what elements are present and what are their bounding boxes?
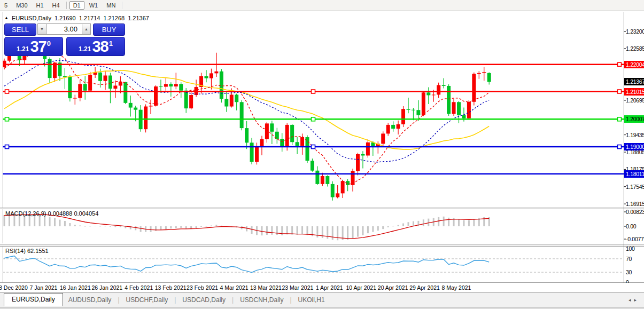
price-tick-label: 1.23200 xyxy=(626,28,644,35)
date-tick-label: 1 Apr 2021 xyxy=(316,284,343,291)
line-handle[interactable] xyxy=(312,117,315,121)
rsi-axis-label: 100 xyxy=(626,245,635,252)
ohlc-low: 1.21268 xyxy=(103,15,125,21)
tab-divider: | xyxy=(290,296,291,304)
one-click-trading-panel: SELL ▼ 3.00 ▲ BUY 1.21 37 0 1.21 38 1 xyxy=(3,22,125,56)
line-handle[interactable] xyxy=(618,62,622,66)
line-handle[interactable] xyxy=(312,145,315,149)
line-handle[interactable] xyxy=(5,145,9,149)
macd-axis-label: -0.007713 xyxy=(626,236,644,242)
bottom-strip xyxy=(0,307,644,309)
volume-increase-button[interactable]: ▲ xyxy=(82,23,91,35)
line-handle[interactable] xyxy=(5,117,9,121)
chart-symbol-label: EURUSD,Daily xyxy=(12,15,51,21)
horizontal-line-1.22004[interactable] xyxy=(3,62,624,66)
date-tick-label: 23 Feb 2021 xyxy=(187,284,218,291)
line-handle[interactable] xyxy=(618,90,622,93)
volume-spinner: ▼ 3.00 ▲ xyxy=(37,23,91,35)
buy-button[interactable]: BUY xyxy=(93,23,125,36)
hline-price-badge: 1.19000 xyxy=(624,143,644,150)
horizontal-line-1.20007[interactable] xyxy=(3,117,624,121)
chart-ohlc-header: ▲ EURUSD,Daily 1.21690 1.21714 1.21268 1… xyxy=(4,14,152,22)
date-tick-label: 7 Jan 2021 xyxy=(29,284,57,291)
horizontal-line-1.19000[interactable] xyxy=(3,145,624,149)
chart-tab-bar: EURUSD,DailyAUDUSD,Daily|USDCHF,Daily|US… xyxy=(0,292,644,307)
line-handle[interactable] xyxy=(618,145,622,149)
date-tick-label: 13 Mar 2021 xyxy=(250,284,282,291)
macd-indicator-label: MACD(12,26,9) 0.004888 0.004054 xyxy=(5,210,98,217)
hline-price-badge: 1.20007 xyxy=(624,115,644,123)
hline-price-badge: 1.22004 xyxy=(624,61,644,68)
date-tick-label: 28 Dec 2020 xyxy=(0,284,28,291)
rsi-axis-label: 30 xyxy=(626,269,632,275)
tab-scroll-arrows[interactable]: ◂▸ xyxy=(629,297,640,303)
line-handle[interactable] xyxy=(5,90,9,93)
price-tick-label: 1.22585 xyxy=(626,45,644,52)
bid-price-button[interactable]: 1.21 37 0 xyxy=(4,37,63,56)
ask-price-sup: 1 xyxy=(109,39,113,47)
date-tick-label: 26 Jan 2021 xyxy=(91,284,122,291)
price-axis[interactable]: 1.232001.225851.219551.206951.194351.188… xyxy=(624,0,644,309)
chart-tab-ukoil[interactable]: UKOil,H1 xyxy=(293,294,330,306)
macd-histogram xyxy=(4,213,490,240)
axis-tick-marks xyxy=(12,31,626,285)
macd-axis-label: 0.00 xyxy=(626,223,636,229)
price-tick-label: 1.16915 xyxy=(626,201,644,207)
moving-average-8 xyxy=(4,46,489,184)
ask-price-big: 38 xyxy=(92,38,108,56)
volume-input[interactable]: 3.00 xyxy=(46,23,82,35)
volume-decrease-button[interactable]: ▼ xyxy=(37,23,46,35)
date-tick-label: 4 Feb 2021 xyxy=(125,284,153,291)
chart-tab-usdchf[interactable]: USDCHF,Daily xyxy=(121,294,174,306)
ohlc-open: 1.21690 xyxy=(55,15,76,21)
trading-terminal-window: { "toolbar": { "items": ["5", "M30", "H1… xyxy=(0,0,644,309)
rsi-axis-label: 70 xyxy=(626,256,632,262)
bid-price-big: 37 xyxy=(30,38,46,56)
line-handle[interactable] xyxy=(618,117,622,121)
bid-price-small: 1.21 xyxy=(17,45,29,53)
date-axis[interactable]: 28 Dec 20207 Jan 202116 Jan 202126 Jan 2… xyxy=(0,283,644,292)
date-tick-label: 16 Jan 2021 xyxy=(60,284,91,291)
date-tick-label: 29 Apr 2021 xyxy=(409,284,440,291)
tab-divider: | xyxy=(118,296,119,304)
ohlc-high: 1.21714 xyxy=(79,15,100,21)
current-price-badge: 1.21367 xyxy=(624,78,644,85)
horizontal-line-1.21015[interactable] xyxy=(3,90,624,93)
price-tick-label: 1.20695 xyxy=(626,97,644,104)
hline-price-badge: 1.21015 xyxy=(624,88,644,96)
date-tick-label: 4 Mar 2021 xyxy=(220,284,248,291)
collapse-panel-icon[interactable]: ▲ xyxy=(4,15,9,20)
rsi-indicator-label: RSI(14) 62.1551 xyxy=(5,248,49,254)
tab-divider: | xyxy=(174,296,176,304)
line-handle[interactable] xyxy=(312,90,315,93)
date-tick-label: 20 Apr 2021 xyxy=(378,284,408,291)
bid-price-sup: 0 xyxy=(47,39,51,47)
price-tick-label: 1.17545 xyxy=(626,184,644,190)
chart-tab-eurusd[interactable]: EURUSD,Daily xyxy=(4,293,63,306)
ask-price-button[interactable]: 1.21 38 1 xyxy=(66,37,125,56)
hline-price-badge: 1.18011 xyxy=(624,170,644,178)
chart-tab-usdcnh[interactable]: USDCNH,Daily xyxy=(235,294,289,306)
rsi-line xyxy=(4,256,489,273)
price-tick-label: 1.19435 xyxy=(626,132,644,138)
date-tick-label: 10 Apr 2021 xyxy=(346,284,376,291)
ask-price-small: 1.21 xyxy=(79,45,91,53)
chart-tab-usdcad[interactable]: USDCAD,Daily xyxy=(177,294,231,306)
tab-divider: | xyxy=(232,296,234,304)
chart-tab-audusd[interactable]: AUDUSD,Daily xyxy=(63,294,117,306)
date-tick-label: 8 May 2021 xyxy=(442,284,471,291)
ohlc-close: 1.21367 xyxy=(128,15,149,21)
sell-button[interactable]: SELL xyxy=(4,23,36,36)
date-tick-label: 23 Mar 2021 xyxy=(282,284,313,291)
date-tick-label: 13 Feb 2021 xyxy=(155,284,187,291)
macd-axis-label: 0.008231 xyxy=(626,209,644,215)
